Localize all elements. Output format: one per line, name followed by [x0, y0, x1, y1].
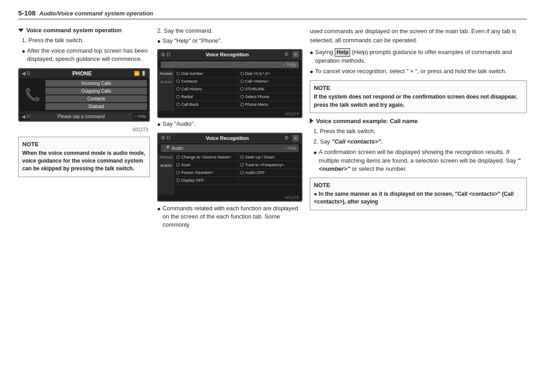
vr-footer-2: S01275	[158, 194, 302, 201]
note-text-bold-2: ● In the same manner as it is displayed …	[314, 191, 514, 205]
example-step-1: 1. Press the talk switch.	[313, 127, 527, 135]
bullet-1: ● After the voice command top screen has…	[22, 47, 150, 63]
note-text-right-2: ● In the same manner as it is displayed …	[314, 190, 523, 206]
vr-sidebar-audio[interactable]: AUDIO	[158, 78, 174, 86]
say-audio-bullet: ● Say "Audio".	[157, 120, 302, 129]
phone-body: 📞 Incoming Calls Outgoing Calls Contacts…	[19, 78, 149, 112]
saying-help-text: Saying Help (Help) prompts guidance to o…	[315, 48, 527, 65]
example-heading-text: Voice command example: Call name	[316, 118, 418, 124]
bullet-dot-5: ●	[310, 49, 313, 57]
vr-cell-icon	[176, 155, 180, 159]
note-text-bold: When the voice command mode is audio mod…	[22, 150, 145, 172]
note-title-left: NOTE	[22, 141, 146, 148]
vr-title-1: Voice Recognition	[170, 52, 284, 57]
commands-text: Commands related with each function are …	[163, 204, 302, 229]
phone-back-icon: ◀ D	[22, 71, 30, 76]
vr-row-a4: Display OFF	[174, 177, 302, 184]
step-1-text: Press the talk switch.	[28, 37, 84, 44]
vr-screen-1: ⚙ D Voice Recognition ⚙ × ○ Help PHONE A…	[157, 49, 302, 118]
vr-cell-icon	[176, 179, 180, 182]
triangle-down-icon	[18, 29, 24, 32]
vr-cell-icon	[240, 72, 244, 75]
bullet-dot-2: ●	[157, 37, 161, 45]
bullet-dot-6: ●	[310, 68, 313, 76]
vr-row-5: Call Back Phone Menu	[174, 101, 302, 109]
vr-row-4: Redial Select Phone	[174, 93, 302, 101]
vr-footer-1: S01274	[158, 111, 302, 117]
say-audio-text: Say "Audio".	[163, 120, 195, 128]
vr-cell-2a: Contacts	[174, 78, 238, 85]
right-column: used commands are displayed on the scree…	[310, 27, 527, 383]
vr-cell-icon	[240, 171, 244, 174]
figure-label-s01273: S01273	[18, 126, 150, 133]
note-title-right-1: NOTE	[314, 84, 523, 91]
note-box-right-1: NOTE If the system does not respond or t…	[310, 80, 527, 113]
note-text-bold-1: If the system does not respond or the co…	[314, 94, 517, 108]
vr-cell-4b: Select Phone	[238, 93, 302, 100]
vr-body-1: PHONE AUDIO Dial number Dial <0-9,*,#> C…	[158, 70, 302, 111]
left-column: Voice command system operation 1. Press …	[18, 27, 150, 383]
header-title: Audio/Voice command system operation	[39, 10, 153, 17]
vr-close-btn-2[interactable]: ×	[292, 135, 299, 141]
say-help-bullet: ● Say "Help" or "Phone".	[157, 37, 302, 45]
vr-cell-2b: Call <Name>	[238, 78, 302, 85]
commands-bullet: ● Commands related with each function ar…	[157, 204, 302, 229]
phone-footer-text: Please say a command	[30, 113, 133, 120]
saying-help-bullet: ● Saying Help (Help) prompts guidance to…	[310, 48, 527, 65]
vr-icons-left: ⚙ D	[161, 52, 170, 58]
phone-footer: ◀ D Please say a command ○ Help	[19, 112, 149, 121]
content-columns: Voice command system operation 1. Press …	[18, 27, 527, 383]
phone-header-title: PHONE	[30, 70, 134, 77]
bullet-1-text: After the voice command top screen has b…	[27, 47, 150, 63]
example-heading: Voice command example: Call name	[310, 118, 527, 124]
diaload-btn[interactable]: Diaload	[45, 103, 147, 110]
vr-cell-a4a: Display OFF	[174, 177, 238, 184]
vr-sidebar-phone[interactable]: PHONE	[158, 70, 174, 78]
phone-icon: 📞	[25, 87, 40, 102]
example-step-2-num: 2.	[313, 138, 320, 145]
vr-cell-icon	[176, 163, 180, 167]
call-contacts-bold: "Call <contacts>"	[332, 138, 381, 145]
right-para-1: used commands are displayed on the scree…	[310, 27, 527, 45]
vr-row-a1: Change to <Source Name> Seek Up / Down	[174, 154, 302, 161]
bullet-dot: ●	[22, 47, 25, 55]
vr-header-2: ⚙ D Voice Recognition ⚙ ×	[158, 134, 302, 143]
vr-row-a2: Scan Tune to <Frequency>	[174, 161, 302, 169]
bullet-dot-7: ●	[313, 149, 317, 157]
vr-cell-1b: Dial <0-9,*,#>	[238, 70, 302, 77]
vr-audio-input: 🎤 Audio ○ Help	[161, 144, 299, 152]
step-2-text: Say the command.	[164, 27, 213, 34]
mic-icon: 🎤	[164, 145, 170, 151]
vr-cell-icon	[240, 95, 244, 99]
example-step-1-text: Press the talk switch.	[320, 128, 375, 134]
phone-signal: 📶 🔋	[134, 71, 146, 76]
confirmation-bullet: ● A confirmation screen will be displaye…	[313, 148, 527, 173]
vr-cell-a2a: Scan	[174, 161, 238, 169]
vr-cell-5b: Phone Menu	[238, 101, 302, 108]
vr-close-btn[interactable]: ×	[292, 51, 299, 58]
vr-row-1: Dial number Dial <0-9,*,#>	[174, 70, 302, 78]
vr-cell-icon	[176, 103, 180, 106]
page-container: 5-108 Audio/Voice command system operati…	[0, 0, 545, 392]
incoming-calls-btn[interactable]: Incoming Calls	[45, 80, 147, 87]
step-1: 1. Press the talk switch.	[22, 36, 150, 45]
step-2: 2. Say the command.	[157, 27, 302, 35]
note-text-left: When the voice command mode is audio mod…	[22, 149, 146, 173]
say-help-text: Say "Help" or "Phone".	[163, 37, 222, 45]
example-step-list: 1. Press the talk switch. 2. Say "Call <…	[313, 127, 527, 173]
vr-main-2: Change to <Source Name> Seek Up / Down S…	[174, 154, 302, 194]
vr-cell-a3a: Preset <Number>	[174, 169, 238, 176]
vr-body-2: PHONE AUDIO Change to <Source Name> Seek…	[158, 154, 302, 194]
phone-icon-area: 📞	[21, 80, 44, 110]
vr-sidebar-phone-2[interactable]: PHONE	[158, 154, 174, 162]
cancel-vr-bullet: ● To cancel voice recognition, select " …	[310, 67, 527, 76]
note-box-left: NOTE When the voice command mode is audi…	[18, 137, 150, 177]
outgoing-calls-btn[interactable]: Outgoing Calls	[45, 88, 147, 94]
vr-cell-icon	[176, 87, 180, 91]
contacts-btn[interactable]: Contacts	[45, 95, 147, 102]
vr-cell-icon	[176, 79, 180, 83]
vr-cell-icon	[240, 87, 244, 91]
vr-cell-a1b: Seek Up / Down	[238, 154, 302, 161]
vr-sidebar-audio-2[interactable]: AUDIO	[158, 162, 174, 170]
vr-sidebar-1: PHONE AUDIO	[158, 70, 174, 111]
